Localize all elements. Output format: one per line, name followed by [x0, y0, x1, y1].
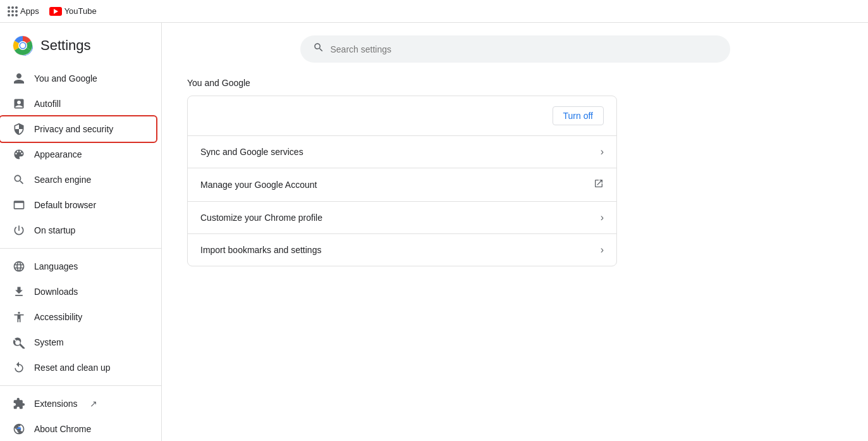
- apps-grid-icon: [8, 6, 18, 16]
- browser-icon: [13, 199, 25, 211]
- card-row-label: Import bookmarks and settings: [200, 245, 321, 255]
- palette-icon: [13, 148, 25, 161]
- sidebar-item-about-chrome[interactable]: About Chrome: [0, 416, 156, 441]
- person-icon: [13, 72, 25, 85]
- sidebar-item-label: On startup: [34, 225, 75, 235]
- sidebar-item-default-browser[interactable]: Default browser: [0, 192, 156, 218]
- download-icon: [13, 285, 25, 298]
- sidebar-item-label: Accessibility: [34, 312, 82, 322]
- card-row-manage-account[interactable]: Manage your Google Account: [188, 168, 616, 202]
- chevron-right-icon: ›: [601, 146, 604, 158]
- card-top: Turn off: [188, 96, 616, 136]
- sidebar-item-label: About Chrome: [34, 424, 91, 434]
- card-row-sync[interactable]: Sync and Google services ›: [188, 136, 616, 168]
- accessibility-icon: [13, 311, 25, 323]
- chrome-logo-icon: [13, 35, 33, 56]
- top-bar: Apps YouTube: [0, 0, 868, 23]
- sidebar: Settings You and Google Autofill Privacy…: [0, 23, 162, 441]
- sidebar-item-autofill[interactable]: Autofill: [0, 91, 156, 116]
- external-link-icon: ↗: [90, 399, 97, 409]
- svg-point-6: [20, 43, 25, 48]
- sidebar-item-label: Privacy and security: [34, 124, 113, 134]
- sidebar-item-extensions[interactable]: Extensions ↗: [0, 391, 156, 416]
- card-row-import-bookmarks[interactable]: Import bookmarks and settings ›: [188, 234, 616, 266]
- power-icon: [13, 224, 25, 237]
- chrome-small-icon: [13, 423, 25, 435]
- sidebar-item-accessibility[interactable]: Accessibility: [0, 304, 156, 330]
- sidebar-title: Settings: [40, 37, 91, 54]
- layout: Settings You and Google Autofill Privacy…: [0, 23, 868, 441]
- sidebar-item-privacy-and-security[interactable]: Privacy and security: [0, 116, 156, 142]
- card-row-customize-profile[interactable]: Customize your Chrome profile ›: [188, 202, 616, 234]
- sidebar-item-appearance[interactable]: Appearance: [0, 142, 156, 167]
- sidebar-item-label: Appearance: [34, 149, 82, 159]
- youtube-play-icon: [54, 9, 58, 14]
- sidebar-item-label: Autofill: [34, 99, 61, 109]
- autofill-icon: [13, 97, 25, 110]
- search-bar-icon: [313, 42, 324, 56]
- sidebar-item-on-startup[interactable]: On startup: [0, 218, 156, 243]
- sidebar-item-label: Search engine: [34, 175, 91, 185]
- search-bar[interactable]: [300, 35, 730, 63]
- sidebar-item-languages[interactable]: Languages: [0, 254, 156, 279]
- search-bar-wrap: [187, 35, 843, 63]
- extension-icon: [13, 397, 25, 410]
- sidebar-item-label: Downloads: [34, 287, 78, 297]
- apps-link[interactable]: Apps: [8, 6, 39, 16]
- sidebar-item-downloads[interactable]: Downloads: [0, 279, 156, 304]
- divider-1: [0, 248, 161, 249]
- card-row-label: Manage your Google Account: [200, 180, 317, 190]
- search-input[interactable]: [331, 44, 718, 54]
- shield-icon: [13, 123, 25, 135]
- sidebar-item-label: Languages: [34, 261, 78, 271]
- sidebar-item-label: You and Google: [34, 73, 97, 84]
- language-icon: [13, 260, 25, 273]
- sidebar-item-label: Default browser: [34, 200, 96, 210]
- turn-off-button[interactable]: Turn off: [553, 106, 604, 125]
- sidebar-item-label: System: [34, 337, 64, 347]
- you-and-google-card: Turn off Sync and Google services › Mana…: [187, 96, 617, 266]
- external-link-icon: [594, 178, 604, 191]
- reset-icon: [13, 361, 25, 374]
- sidebar-item-label: Reset and clean up: [34, 363, 111, 373]
- wrench-icon: [13, 336, 25, 349]
- sidebar-item-reset-and-clean[interactable]: Reset and clean up: [0, 355, 156, 380]
- card-row-label: Sync and Google services: [200, 147, 303, 157]
- chevron-right-icon: ›: [601, 212, 604, 223]
- section-title: You and Google: [187, 78, 843, 88]
- sidebar-header: Settings: [0, 28, 161, 66]
- card-row-label: Customize your Chrome profile: [200, 213, 322, 223]
- sidebar-item-label: Extensions: [34, 399, 77, 409]
- youtube-label: YouTube: [64, 6, 97, 16]
- sidebar-item-search-engine[interactable]: Search engine: [0, 167, 156, 192]
- apps-label: Apps: [20, 6, 39, 16]
- youtube-link[interactable]: YouTube: [49, 6, 97, 16]
- youtube-icon: [49, 7, 62, 16]
- chevron-right-icon: ›: [601, 244, 604, 256]
- search-icon: [13, 173, 25, 186]
- divider-2: [0, 385, 161, 386]
- main-content: You and Google Turn off Sync and Google …: [162, 23, 868, 441]
- sidebar-item-system[interactable]: System: [0, 330, 156, 355]
- sidebar-item-you-and-google[interactable]: You and Google: [0, 66, 156, 91]
